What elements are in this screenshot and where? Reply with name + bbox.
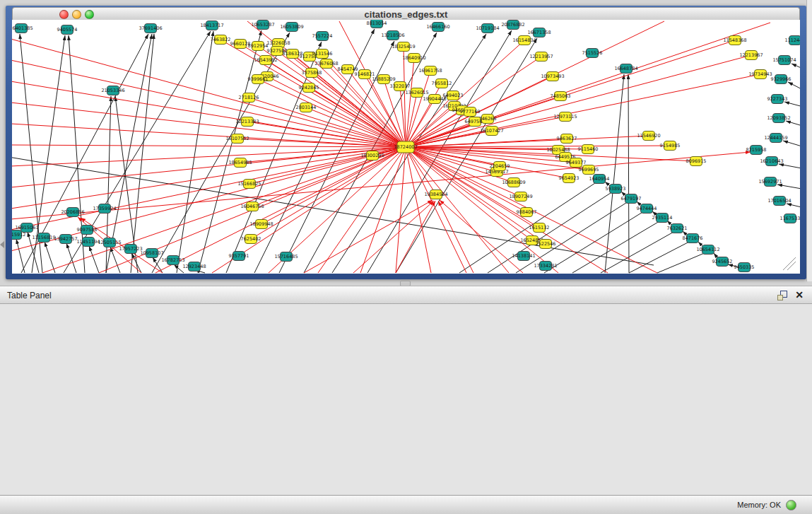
graph-node-label: 16107552 [225, 136, 249, 141]
graph-node-label: 17334281 [534, 263, 557, 269]
graph-node-label: 9405574 [57, 27, 78, 33]
graph-edge [267, 76, 406, 147]
graph-node-label: 2803144 [296, 105, 317, 110]
graph-node-label: 1112443 [785, 37, 800, 43]
graph-node-label: 3375868 [302, 70, 322, 76]
graph-node-label: 9329966 [771, 76, 792, 82]
table-panel-title: Table Panel [7, 291, 52, 300]
graph-node-label: 8215958 [746, 147, 767, 153]
network-canvas[interactable]: 1640138594055743769140618413717106532871… [12, 20, 800, 274]
graph-node-label: 8813054 [367, 21, 387, 26]
graph-node-label: 13218506 [381, 33, 404, 38]
graph-node-label: 9857791 [229, 253, 249, 259]
graph-edge [12, 103, 406, 147]
graph-edge [788, 82, 800, 90]
graph-node-label: 9399661 [248, 76, 269, 82]
float-panel-icon[interactable] [777, 290, 788, 301]
graph-node-label: 18907249 [509, 194, 532, 199]
graph-node-label: 8912954 [248, 43, 269, 49]
graph-node-label: 8096915 [686, 158, 707, 164]
graph-edge [12, 124, 406, 147]
graph-node-label: 10719184 [476, 25, 499, 31]
graph-node-label: 2718126 [239, 95, 259, 100]
graph-node-label: 23676068 [314, 61, 338, 66]
graph-edge [488, 192, 613, 273]
graph-node-label: 10958107 [140, 250, 163, 256]
graph-edge [440, 200, 523, 273]
graph-node-label: 19384554 [424, 192, 447, 197]
graph-node-label: 17016504 [767, 198, 791, 204]
graph-node-label: 7485063 [551, 93, 571, 99]
graph-edge [12, 39, 406, 147]
graph-node-label: 16909948 [249, 221, 273, 227]
graph-node-label: 9649377 [566, 160, 587, 165]
graph-node-label: 16046756 [240, 204, 264, 209]
graph-edge [787, 204, 800, 209]
graph-edge [779, 164, 800, 170]
graph-node-label: 16782753 [161, 257, 184, 263]
graph-node-label: 9245652 [712, 259, 733, 264]
graph-node-label: 15716485 [274, 254, 298, 259]
graph-node-label: 13626015 [405, 90, 428, 95]
graph-edge [777, 185, 800, 189]
graph-edge [16, 239, 25, 273]
network-view-window: citations_edges.txt 16401385940557437691… [6, 6, 806, 279]
graph-node-label: 2935114 [652, 215, 673, 221]
graph-node-label: 18300295 [360, 153, 384, 158]
graph-node-label: 1167533 [780, 216, 800, 221]
graph-node-label: 16915061 [15, 225, 38, 230]
graph-node-label: 21053346 [101, 88, 124, 93]
graph-node-label: 9450335 [734, 264, 755, 270]
graph-node-label: 15166825 [237, 181, 261, 187]
graph-node-label: 7515526 [582, 50, 603, 56]
graph-edge [629, 241, 690, 273]
graph-node-label: 18654985 [228, 160, 252, 165]
network-window-titlebar[interactable]: citations_edges.txt [12, 7, 800, 21]
graph-node-label: 3322037 [390, 83, 411, 89]
graph-node-label: 13226058 [266, 40, 290, 46]
graph-edge [396, 201, 435, 273]
graph-node-label: 10653287 [251, 22, 274, 28]
graph-node-label: 9242845 [299, 85, 319, 90]
graph-node-label: 12213957 [529, 54, 553, 59]
graph-node-label: 18640910 [402, 55, 425, 61]
graph-node-label: 1640954 [589, 176, 610, 182]
close-panel-icon[interactable]: ✕ [795, 289, 804, 300]
graph-node-label: 8471676 [683, 235, 703, 241]
graph-node-label: 18724007 [394, 144, 417, 150]
graph-node-label: 17957223 [119, 246, 142, 252]
graph-edge [438, 201, 473, 273]
graph-edge [783, 141, 800, 147]
graph-node-label: 7632621 [667, 226, 688, 231]
window-edge-strip [806, 0, 812, 281]
graph-node-label: 3915912 [12, 232, 25, 238]
graph-node-label: 12213383 [235, 119, 259, 124]
graph-edge [309, 88, 406, 147]
graph-node-label: 16543982 [254, 57, 277, 63]
graph-node-label: 9227343 [767, 96, 788, 102]
graph-edge [353, 201, 434, 273]
graph-node-label: 16210643 [760, 158, 783, 164]
graph-edge [318, 147, 406, 273]
graph-node-label: 11548368 [723, 37, 746, 43]
graph-node-label: 9131546 [312, 51, 333, 57]
graph-edge [657, 252, 706, 273]
split-collapse-icon[interactable] [0, 241, 4, 248]
graph-node-label: 9474444 [637, 206, 657, 211]
graph-node-label: 9884067 [517, 209, 537, 215]
graph-node-label: 1615132 [529, 225, 550, 230]
graph-edge [792, 64, 800, 69]
graph-node-label: 17359924 [93, 206, 116, 211]
graph-node-label: 15751074 [772, 57, 796, 63]
graph-node-label: 18325419 [392, 44, 415, 49]
graph-node-label: 9777169 [460, 109, 481, 115]
graph-edge [787, 262, 796, 270]
graph-node-label: 9699695 [579, 167, 599, 173]
graph-node-label: 746266 [479, 116, 497, 122]
graph-edge [784, 102, 800, 107]
graph-edge [360, 147, 406, 273]
graph-node-label: 2522546 [536, 241, 556, 247]
graph-node-label: 9463627 [557, 136, 577, 141]
network-graph[interactable]: 1640138594055743769140618413717106532871… [12, 20, 800, 274]
graph-node-label: 10688609 [502, 180, 525, 185]
